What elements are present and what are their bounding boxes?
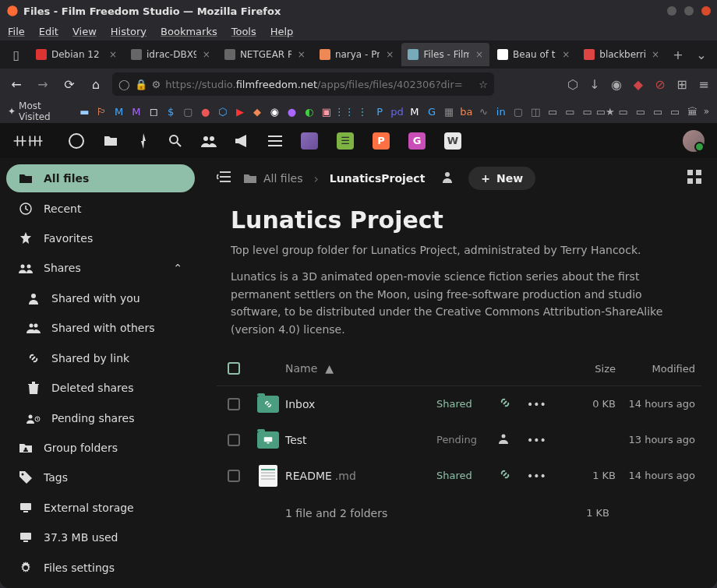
bm-icon[interactable]: ◆ [251,104,263,118]
bm-folder[interactable]: ▭ [563,104,576,118]
extensions-button[interactable]: ⊞ [675,77,689,92]
bm-folder[interactable]: ▭ [634,104,647,118]
announcement-icon[interactable] [235,135,249,147]
bm-folder[interactable]: ▭ [669,104,681,118]
bm-folder[interactable]: ▭ [652,104,664,118]
contacts-icon[interactable] [201,135,217,147]
share-link-icon[interactable] [499,396,527,411]
add-share-icon[interactable] [499,433,527,446]
file-row[interactable]: README.mdShared•••1 KB14 hours ago [217,458,701,494]
bm-icon[interactable]: ◫ [529,104,542,118]
sidebar-toggle-icon[interactable] [217,171,232,186]
more-actions-icon[interactable]: ••• [527,398,561,410]
bm-icon[interactable]: ∿ [477,104,489,118]
tab[interactable]: Beau of the× [491,43,576,66]
bm-icon[interactable]: ⋮ [356,104,369,118]
more-actions-icon[interactable]: ••• [527,470,561,482]
menu-bookmarks[interactable]: Bookmarks [161,26,217,37]
bm-icon[interactable]: ▬ [78,104,90,118]
bm-icon[interactable]: M [113,104,125,118]
tab-close-icon[interactable]: × [652,49,659,60]
minimize-button[interactable] [667,6,676,16]
tab[interactable]: narya - Prox× [313,43,401,66]
bm-icon[interactable]: ▦ [443,104,455,118]
bm-icon[interactable]: M [130,104,143,118]
pocket-icon[interactable]: ⬡ [566,77,580,92]
sidebar-item-shared-with-you[interactable]: Shared with you [6,284,195,312]
bm-icon[interactable]: ● [199,104,211,118]
bm-folder[interactable]: ▭★ [599,104,613,118]
back-button[interactable]: ← [6,74,26,94]
bm-icon[interactable]: ◐ [303,104,316,118]
bm-folder[interactable]: ▭ [546,104,559,118]
sidebar-item-shares[interactable]: Shares⌃ [6,254,195,282]
bm-icon[interactable]: G [426,104,438,118]
bm-icon[interactable]: in [495,104,507,118]
tab[interactable]: NETGEAR Rou× [218,43,312,66]
sidebar-item-group-folders[interactable]: Group folders [6,434,195,462]
col-modified-header[interactable]: Modified [616,363,701,375]
sidebar-item-shared-with-others[interactable]: Shared with others [6,314,195,342]
col-size-header[interactable]: Size [561,363,616,375]
breadcrumb-root[interactable]: All files [243,172,302,185]
tab[interactable]: Debian 12 KD× [30,43,123,66]
col-name-header[interactable]: Name ▲ [285,362,436,375]
tab-close-icon[interactable]: × [562,49,570,60]
tab-close-icon[interactable]: × [475,49,483,60]
bm-icon[interactable]: ◉ [268,104,281,118]
sidebar-item-recent[interactable]: Recent [6,194,195,222]
chevron-up-icon[interactable]: ⌃ [173,262,182,274]
bm-icon[interactable]: $ [164,104,177,118]
bm-icon[interactable]: 🏛 [686,104,698,118]
tab[interactable]: blackberries× [577,43,666,66]
app-logo[interactable] [12,132,44,150]
bookmark-star-icon[interactable]: ☆ [479,79,488,90]
new-button[interactable]: + New [468,167,535,190]
close-button[interactable] [701,6,711,16]
search-icon[interactable] [168,134,182,148]
bookmarks-overflow[interactable]: » [704,106,709,117]
sidebar-item-all-files[interactable]: All files [6,164,195,192]
sidebar-item-37.3-mb-used[interactable]: 37.3 MB used [6,523,195,551]
tab[interactable]: Files - Film F× [401,43,489,66]
app-icon-purple[interactable] [301,132,318,150]
file-name[interactable]: README.md [285,470,436,482]
app-icon-orange[interactable]: P [373,132,390,150]
more-actions-icon[interactable]: ••• [527,434,561,446]
menu-tools[interactable]: Tools [231,26,256,37]
new-tab-button[interactable]: + [667,48,689,62]
row-checkbox[interactable] [228,434,240,446]
sidebar-item-tags[interactable]: Tags [6,463,195,491]
bm-folder[interactable]: ▭ [617,104,630,118]
maximize-button[interactable] [684,6,694,16]
select-all-checkbox[interactable] [228,362,240,375]
downloads-icon[interactable]: ↓ [588,77,602,92]
app-icon-gray[interactable]: W [444,132,461,150]
menu-history[interactable]: History [111,26,147,37]
add-user-icon[interactable] [442,171,457,186]
user-avatar[interactable] [683,130,705,152]
url-bar[interactable]: ◯ 🔒 ⚙ https://studio.filmfreedom.net/app… [112,72,494,96]
bm-folder[interactable]: ▭ [581,104,593,118]
sidebar-item-external-storage[interactable]: External storage [6,494,195,522]
activity-icon[interactable] [137,133,150,149]
menu-button[interactable]: ≡ [697,77,711,92]
app-icon-green[interactable]: ☰ [337,132,354,150]
bm-icon[interactable]: ba [460,104,472,118]
share-link-icon[interactable] [499,468,527,483]
files-icon[interactable] [103,135,118,147]
file-name[interactable]: Test [285,434,436,446]
grid-view-icon[interactable] [687,170,701,187]
most-visited[interactable]: ✦ Most Visited [8,100,69,122]
tab-close-icon[interactable]: × [298,49,306,60]
file-name[interactable]: Inbox [285,398,436,410]
menu-help[interactable]: Help [270,26,294,37]
sidebar-item-files-settings[interactable]: Files settings [6,553,195,581]
menu-view[interactable]: View [72,26,97,37]
app-icon-magenta[interactable]: G [408,132,426,150]
bm-icon[interactable]: pd [390,104,404,118]
bm-icon[interactable]: ▢ [512,104,525,118]
tab-close-icon[interactable]: × [203,49,210,60]
bm-icon[interactable]: P [373,104,386,118]
bm-icon[interactable]: ▢ [182,104,194,118]
